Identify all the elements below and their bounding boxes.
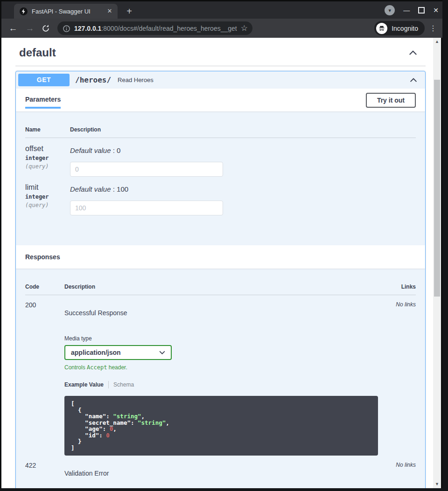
response-row-200: 200 Successful Response Media type appli… [25, 295, 416, 456]
tab-parameters[interactable]: Parameters [25, 96, 61, 109]
tab-example-value[interactable]: Example Value [64, 381, 104, 388]
tab-title: FastAPI - Swagger UI [32, 8, 105, 15]
response-description: Validation Error [64, 470, 378, 477]
bookmark-star-icon[interactable]: ☆ [241, 23, 248, 33]
section-collapse-icon[interactable] [409, 50, 417, 55]
tab-close-icon[interactable]: ✕ [105, 7, 114, 15]
active-tab-underline [25, 107, 61, 109]
scrollbar-up-icon[interactable]: ▲ [433, 38, 441, 46]
param-row-offset: offset integer (query) Default value : 0 [25, 138, 416, 177]
try-it-out-button[interactable]: Try it out [366, 93, 416, 108]
param-offset-input[interactable] [70, 162, 223, 177]
fastapi-favicon-icon [20, 7, 28, 15]
resp-col-code: Code [25, 284, 64, 290]
scrollbar-thumb[interactable] [434, 80, 440, 297]
param-type: integer [25, 155, 70, 161]
response-links: No links [378, 462, 416, 477]
incognito-label: Incognito [392, 25, 418, 32]
response-links: No links [378, 301, 416, 456]
endpoint-summary: Read Heroes [118, 76, 154, 83]
window-minimize-button[interactable]: — [403, 7, 410, 14]
api-section-title: default [19, 46, 56, 59]
param-location: (query) [25, 163, 70, 170]
param-limit-input[interactable] [70, 201, 223, 215]
page-scrollbar[interactable]: ▲ ▼ [433, 38, 441, 488]
scrollbar-down-icon[interactable]: ▼ [433, 480, 441, 488]
chevron-down-icon [159, 351, 165, 354]
http-method-badge: GET [18, 74, 70, 86]
param-name: offset [25, 145, 70, 153]
window-close-button[interactable]: ✕ [433, 7, 439, 14]
tab-schema[interactable]: Schema [113, 381, 134, 388]
endpoint-path: /heroes/ [75, 76, 111, 84]
responses-title: Responses [16, 245, 425, 269]
media-type-select[interactable]: application/json [64, 345, 172, 360]
browser-update-icon[interactable]: ▾ [385, 5, 395, 15]
param-type: integer [25, 194, 70, 200]
params-col-description: Description [70, 126, 416, 133]
resp-col-links: Links [378, 284, 416, 290]
incognito-badge: Incognito [374, 21, 425, 35]
response-code: 422 [25, 462, 64, 477]
site-info-icon[interactable] [63, 25, 70, 32]
param-default: Default value : 100 [70, 185, 416, 193]
param-row-limit: limit integer (query) Default value : 10… [25, 177, 416, 215]
address-bar[interactable]: 127.0.0.1:8000/docs#/default/read_heroes… [57, 21, 252, 35]
swagger-page: default GET /heroes/ Read Heroes [1, 38, 441, 488]
url-text: 127.0.0.1:8000/docs#/default/read_heroes… [74, 25, 237, 32]
reload-icon[interactable] [42, 24, 52, 33]
response-description: Successful Response [64, 309, 378, 317]
response-row-422: 422 Validation Error No links [25, 456, 416, 477]
browser-menu-icon[interactable]: ⋮ [429, 24, 437, 33]
tab-separator [108, 381, 109, 388]
new-tab-button[interactable]: + [124, 6, 135, 17]
opblock-header[interactable]: GET /heroes/ Read Heroes [16, 71, 425, 89]
back-icon[interactable]: ← [8, 23, 18, 34]
response-code: 200 [25, 301, 64, 456]
window-maximize-button[interactable] [418, 7, 425, 14]
opblock-collapse-icon[interactable] [410, 77, 417, 83]
resp-col-description: Description [64, 284, 378, 290]
param-location: (query) [25, 202, 70, 208]
browser-toolbar: ← → 127.0.0.1:8000/docs#/default/read_he… [1, 19, 442, 38]
get-heroes-opblock: GET /heroes/ Read Heroes Parameters [15, 71, 426, 488]
param-name: limit [25, 183, 70, 192]
incognito-icon [376, 23, 387, 34]
accept-header-note: Controls Accept header. [64, 364, 378, 371]
browser-tab[interactable]: FastAPI - Swagger UI ✕ [14, 4, 118, 19]
browser-titlebar: FastAPI - Swagger UI ✕ + ▾ — ✕ [1, 1, 442, 19]
forward-icon: → [25, 23, 35, 34]
browser-window: FastAPI - Swagger UI ✕ + ▾ — ✕ ← → 127.0… [0, 0, 442, 488]
params-col-name: Name [25, 126, 70, 133]
example-code: [ { "name": "string", "secret_name": "st… [64, 396, 378, 456]
media-type-label: Media type [64, 335, 378, 342]
param-default: Default value : 0 [70, 146, 416, 154]
section-divider [15, 66, 426, 66]
